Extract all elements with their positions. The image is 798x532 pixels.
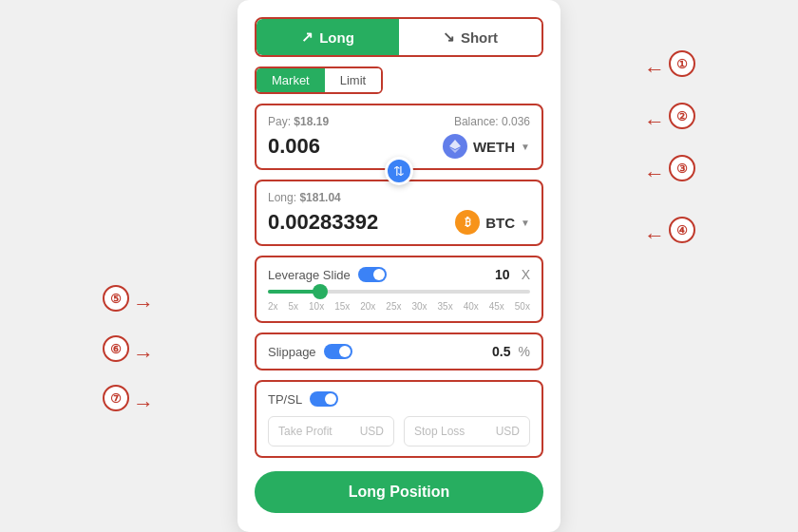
balance-label: Balance: 0.036 [454,115,530,128]
take-profit-label: Take Profit [278,425,332,438]
long-amount-row: 0.00283392 ₿ BTC ▼ [268,210,530,235]
annotation-5: ⑤ [103,285,129,312]
slippage-unit: % [519,344,530,359]
long-label-text: Long: $181.04 [268,191,341,204]
tick-25x: 25x [386,301,401,312]
leverage-label: Leverage Slide [268,267,387,282]
stop-loss-label: Stop Loss [414,425,465,438]
weth-icon [443,134,467,159]
long-value: $181.04 [299,191,340,204]
leverage-section: Leverage Slide 10 X 2x 5x 10x 15x 20x 25… [255,256,543,323]
submit-button[interactable]: Long Position [255,471,543,513]
long-token-name: BTC [485,215,515,231]
annotation-3: ③ [669,155,695,181]
long-label: Long [319,29,354,46]
stop-loss-input[interactable]: Stop Loss USD [404,416,530,446]
tpsl-toggle[interactable] [310,391,338,407]
tick-30x: 30x [411,301,427,312]
short-button[interactable]: ↘ Short [399,19,542,55]
leverage-toggle[interactable] [358,267,387,282]
annotation-2: ② [669,103,695,129]
svg-marker-0 [449,140,461,149]
leverage-right: 10 X [495,267,530,282]
slippage-right: 0.5 % [492,344,530,359]
page-wrapper: ① ② ③ ④ ⑤ ⑥ ⑦ ← ← ← ← → → → ↗ Long ↘ Sho… [0,0,798,532]
long-arrow-icon: ↗ [301,28,314,46]
long-section: Long: $181.04 0.00283392 ₿ BTC ▼ [255,180,543,246]
swap-icon: ⇅ [393,163,405,179]
trading-card: ↗ Long ↘ Short Market Limit Pay: $18.19 … [238,0,560,532]
arrow-4: ← [644,223,665,248]
leverage-ticks: 2x 5x 10x 15x 20x 25x 30x 35x 40x 45x 50… [268,301,530,312]
leverage-value: 10 [495,267,510,282]
long-header: Long: $181.04 [268,191,530,204]
pay-amount-row: 0.006 WETH ▼ [268,134,530,159]
leverage-slider-track[interactable] [268,290,530,294]
annotation-4: ④ [669,217,695,243]
long-token-chevron: ▼ [521,218,530,228]
annotation-7: ⑦ [103,385,129,411]
pay-label: Pay: $18.19 [268,115,329,128]
tpsl-section: TP/SL Take Profit USD Stop Loss USD [255,380,543,458]
tpsl-label: TP/SL [268,392,302,407]
arrow-1: ← [644,57,665,82]
long-button[interactable]: ↗ Long [256,19,399,55]
arrow-5: → [133,292,154,316]
leverage-label-text: Leverage Slide [268,268,351,282]
leverage-header: Leverage Slide 10 X [268,267,530,282]
arrow-7: → [133,391,154,416]
limit-tab[interactable]: Limit [325,68,381,92]
tpsl-inputs: Take Profit USD Stop Loss USD [268,416,530,446]
annotation-1: ① [669,50,695,77]
long-short-toggle: ↗ Long ↘ Short [255,17,543,57]
long-amount: 0.00283392 [268,210,378,235]
slippage-section: Slippage 0.5 % [255,332,543,370]
pay-amount: 0.006 [268,134,320,159]
slippage-label: Slippage [268,345,316,359]
tick-10x: 10x [309,301,324,312]
short-arrow-icon: ↘ [443,28,455,46]
tpsl-header: TP/SL [268,391,530,407]
arrow-6: → [133,342,154,367]
tick-2x: 2x [268,301,278,312]
slippage-toggle[interactable] [324,344,352,359]
take-profit-input[interactable]: Take Profit USD [268,416,394,446]
leverage-slider-thumb[interactable] [313,284,328,299]
pay-token-select[interactable]: WETH ▼ [443,134,530,159]
market-tab[interactable]: Market [256,68,325,92]
swap-button[interactable]: ⇅ [385,157,413,185]
slippage-value: 0.5 [492,344,510,359]
leverage-x-button[interactable]: X [522,267,530,282]
tick-20x: 20x [360,301,375,312]
take-profit-currency: USD [360,425,384,438]
arrow-3: ← [644,162,665,186]
tick-35x: 35x [438,301,453,312]
pay-token-name: WETH [473,139,515,155]
order-type-tabs: Market Limit [255,66,383,94]
stop-loss-currency: USD [496,425,520,438]
annotation-6: ⑥ [103,335,129,362]
tick-45x: 45x [489,301,504,312]
tick-40x: 40x [464,301,479,312]
arrow-2: ← [644,109,665,134]
tick-15x: 15x [334,301,350,312]
slippage-left: Slippage [268,344,352,359]
tick-50x: 50x [515,301,530,312]
tick-5x: 5x [289,301,299,312]
pay-value: $18.19 [294,115,329,128]
pay-token-chevron: ▼ [521,142,530,152]
btc-icon: ₿ [455,210,480,235]
short-label: Short [461,29,498,46]
pay-header: Pay: $18.19 Balance: 0.036 [268,115,530,128]
long-token-select[interactable]: ₿ BTC ▼ [455,210,530,235]
